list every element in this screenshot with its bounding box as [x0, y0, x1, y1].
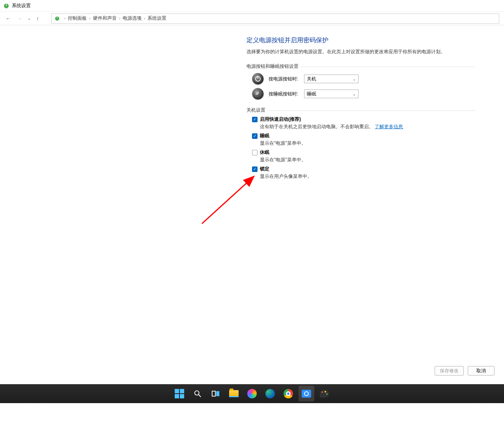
shutdown-settings-group: 关机设置 ✓ 启用快速启动(推荐) 这有助于在关机之后更快地启动电脑。不会影响重… [246, 107, 459, 180]
window-title: 系统设置 [12, 2, 31, 9]
dropdown-value: 睡眠 [307, 91, 316, 97]
breadcrumb-item[interactable]: 控制面板 [68, 15, 87, 22]
sleep-checkbox[interactable]: ✓ [252, 133, 258, 139]
lock-desc: 显示在用户头像菜单中。 [260, 173, 459, 180]
back-button[interactable]: ← [6, 15, 11, 22]
sleep-item: ✓ 睡眠 显示在"电源"菜单中。 [252, 133, 459, 147]
sleep-button-row: 按睡眠按钮时: 睡眠 ⌄ [252, 88, 459, 100]
nav-row: ← → ⌄ ↑ › 控制面板 › 硬件和声音 › 电源选项 › 系统设置 [0, 12, 504, 25]
hibernate-item: 休眠 显示在"电源"菜单中。 [252, 149, 459, 163]
forward-button[interactable]: → [17, 15, 22, 22]
sleep-button-label: 按睡眠按钮时: [269, 91, 304, 97]
lock-checkbox[interactable]: ✓ [252, 166, 258, 172]
chrome-icon [284, 389, 293, 398]
power-button-row: 按电源按钮时: 关机 ⌄ [252, 73, 459, 85]
sleep-icon [252, 88, 264, 100]
chevron-right-icon: › [144, 16, 145, 21]
shutdown-settings-label: 关机设置 [246, 107, 459, 114]
breadcrumb-item[interactable]: 硬件和声音 [93, 15, 117, 22]
copilot-button[interactable] [244, 386, 260, 402]
hibernate-checkbox[interactable] [252, 150, 258, 155]
search-button[interactable] [190, 386, 205, 402]
svg-line-5 [199, 395, 201, 397]
paint-icon [320, 390, 329, 398]
power-icon [252, 73, 264, 85]
breadcrumb-item[interactable]: 电源选项 [123, 15, 142, 22]
taskbar [0, 384, 504, 403]
chevron-right-icon: › [89, 16, 90, 21]
svg-rect-6 [212, 391, 215, 396]
cancel-button[interactable]: 取消 [468, 366, 495, 376]
hibernate-desc: 显示在"电源"菜单中。 [260, 157, 459, 163]
dropdown-value: 关机 [307, 76, 316, 82]
taskview-button[interactable] [208, 386, 224, 402]
lock-title: 锁定 [260, 166, 269, 172]
power-options-icon [54, 15, 60, 22]
windows-logo-icon [175, 389, 184, 398]
file-explorer-button[interactable] [226, 386, 242, 402]
annotation-arrow [199, 172, 262, 228]
fast-startup-item: ✓ 启用快速启动(推荐) 这有助于在关机之后更快地启动电脑。不会影响重启。 了解… [252, 116, 459, 130]
paint-button[interactable] [317, 386, 332, 402]
sleep-button-dropdown[interactable]: 睡眠 ⌄ [304, 90, 358, 98]
content-area: 定义电源按钮并启用密码保护 选择要为你的计算机设置的电源设置。在此页上对设置所做… [0, 25, 504, 382]
sleep-title: 睡眠 [260, 133, 269, 139]
footer-buttons: 保存修改 取消 [435, 366, 495, 376]
power-button-dropdown[interactable]: 关机 ⌄ [304, 75, 358, 83]
fast-startup-desc: 这有助于在关机之后更快地启动电脑。不会影响重启。 了解更多信息 [260, 123, 459, 130]
fast-startup-checkbox[interactable]: ✓ [252, 117, 258, 122]
titlebar: 系统设置 [0, 0, 504, 12]
hibernate-title: 休眠 [260, 149, 269, 156]
page-description: 选择要为你的计算机设置的电源设置。在此页上对设置所做的更改将应用于你所有的电源计… [246, 49, 459, 55]
edge-button[interactable] [262, 386, 278, 402]
chevron-down-icon: ⌄ [353, 77, 356, 81]
svg-point-4 [195, 391, 199, 395]
chevron-right-icon: › [64, 16, 65, 21]
chrome-button[interactable] [280, 386, 296, 402]
folder-icon [229, 390, 239, 397]
svg-line-3 [202, 176, 254, 224]
chevron-down-icon: ⌄ [353, 92, 356, 96]
edge-icon [265, 389, 275, 398]
up-button[interactable]: ↑ [36, 15, 39, 22]
recent-dropdown[interactable]: ⌄ [28, 16, 31, 21]
start-button[interactable] [172, 386, 187, 402]
power-button-label: 按电源按钮时: [269, 76, 304, 82]
page-heading: 定义电源按钮并启用密码保护 [246, 36, 459, 45]
settings-app-button[interactable] [299, 386, 314, 402]
taskview-icon [211, 389, 220, 398]
chevron-right-icon: › [119, 16, 120, 21]
copilot-icon [247, 389, 257, 398]
lock-item: ✓ 锁定 显示在用户头像菜单中。 [252, 166, 459, 180]
settings-panel: 定义电源按钮并启用密码保护 选择要为你的计算机设置的电源设置。在此页上对设置所做… [246, 36, 459, 180]
save-button[interactable]: 保存修改 [435, 366, 464, 376]
nav-arrows: ← → ⌄ ↑ [0, 15, 51, 22]
fast-startup-title: 启用快速启动(推荐) [260, 116, 301, 123]
breadcrumb[interactable]: › 控制面板 › 硬件和声音 › 电源选项 › 系统设置 [51, 13, 499, 24]
svg-rect-7 [216, 391, 219, 396]
breadcrumb-item[interactable]: 系统设置 [147, 15, 166, 22]
sleep-desc: 显示在"电源"菜单中。 [260, 140, 459, 147]
learn-more-link[interactable]: 了解更多信息 [375, 124, 403, 129]
button-settings-label: 电源按钮和睡眠按钮设置 [246, 63, 459, 70]
search-icon [193, 389, 202, 398]
settings-app-icon [302, 390, 311, 398]
power-options-icon [3, 3, 9, 9]
